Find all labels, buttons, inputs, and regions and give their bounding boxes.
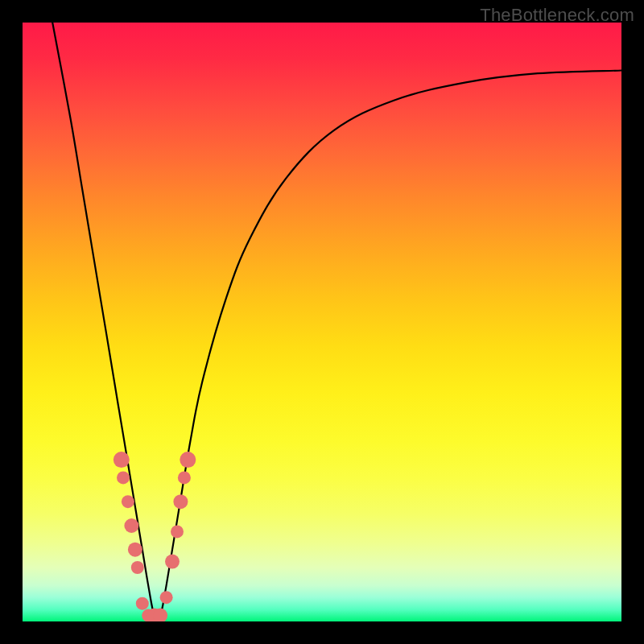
highlight-dots [114,452,196,621]
highlight-dot [180,452,196,468]
highlight-dot [171,525,184,538]
watermark-text: TheBottleneck.com [480,5,634,26]
highlight-dot [124,518,138,533]
highlight-dot [160,591,173,604]
highlight-dot [131,561,144,574]
bottleneck-curve [52,23,621,620]
chart-frame: TheBottleneck.com [0,0,644,644]
highlight-dot [128,543,142,557]
plot-area [23,23,621,621]
highlight-dot [178,471,191,484]
highlight-dot [165,555,180,569]
bottleneck-curve-svg [23,23,621,621]
highlight-dot [136,597,149,610]
highlight-dot [114,452,130,468]
highlight-dot [117,471,130,484]
highlight-dot [122,495,134,508]
highlight-dot [173,494,188,509]
